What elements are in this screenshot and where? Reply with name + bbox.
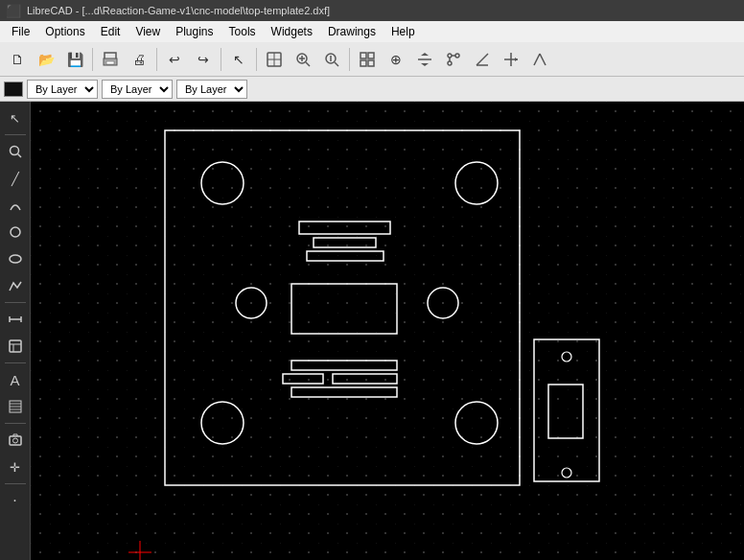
menu-drawings[interactable]: Drawings (320, 23, 384, 40)
circle-tool-btn[interactable] (3, 220, 28, 245)
left-sep-5 (5, 483, 26, 484)
zoom-window-button[interactable] (318, 46, 345, 73)
zoom-tool-btn[interactable] (3, 139, 28, 164)
left-sep-1 (5, 134, 26, 135)
new-button[interactable]: 🗋 (4, 46, 31, 73)
menu-plugins[interactable]: Plugins (168, 23, 221, 40)
svg-point-21 (455, 54, 459, 58)
svg-point-47 (12, 438, 17, 443)
restrict-button[interactable] (498, 46, 524, 73)
svg-marker-18 (421, 53, 429, 56)
print-preview-button[interactable] (97, 46, 124, 73)
svg-rect-16 (368, 60, 374, 66)
sep4 (256, 48, 257, 71)
layer-color-swatch (4, 82, 23, 97)
layer-bar: By Layer By Layer By Layer (0, 77, 744, 102)
svg-point-20 (448, 61, 452, 65)
app-icon: ⬛ (6, 4, 21, 18)
svg-line-33 (17, 154, 21, 158)
layer-name-select[interactable]: By Layer (27, 80, 98, 99)
svg-line-11 (335, 62, 338, 66)
svg-rect-15 (360, 60, 366, 66)
snap-angle-button[interactable] (469, 46, 496, 73)
dxf-drawing (31, 102, 744, 560)
zoom-realtime-button[interactable] (290, 46, 316, 73)
layer-color-select[interactable]: By Layer (102, 80, 173, 99)
svg-point-32 (10, 147, 18, 155)
svg-point-34 (11, 227, 20, 237)
modify-tool-btn[interactable] (3, 334, 28, 359)
open-button[interactable]: 📂 (33, 46, 59, 73)
snap-button[interactable]: ⊕ (383, 46, 409, 73)
relative-button[interactable] (526, 46, 553, 73)
svg-rect-2 (106, 61, 114, 64)
left-sep-3 (5, 362, 26, 363)
select-tool-btn[interactable]: ↖ (3, 105, 28, 130)
title-bar: ⬛ LibreCAD - [...d\Reaction-Game-v1\cnc-… (0, 0, 744, 21)
save-button[interactable]: 💾 (61, 46, 88, 73)
grid-button[interactable] (354, 46, 381, 73)
svg-line-30 (534, 54, 540, 65)
snap2-button[interactable] (411, 46, 438, 73)
svg-line-25 (477, 54, 488, 65)
menu-options[interactable]: Options (37, 23, 92, 40)
svg-marker-19 (421, 63, 429, 66)
undo-button[interactable]: ↩ (161, 46, 188, 73)
menu-file[interactable]: File (4, 23, 37, 40)
svg-marker-29 (515, 58, 518, 61)
menu-tools[interactable]: Tools (221, 23, 264, 40)
svg-point-35 (10, 255, 21, 263)
svg-line-31 (540, 54, 546, 65)
text-tool-btn[interactable]: A (3, 367, 28, 392)
svg-line-7 (306, 62, 310, 66)
title-text: LibreCAD - [...d\Reaction-Game-v1\cnc-mo… (27, 5, 330, 16)
move-btn[interactable]: ✛ (3, 455, 28, 479)
hatch-tool-btn[interactable] (3, 394, 28, 419)
canvas-area[interactable] (31, 102, 744, 560)
svg-rect-39 (10, 340, 21, 352)
svg-rect-14 (368, 53, 374, 58)
print-button[interactable]: 🖨 (126, 46, 152, 73)
left-sep-2 (5, 302, 26, 303)
sep1 (92, 48, 93, 71)
toolbar: 🗋 📂 💾 🖨 ↩ ↪ ↖ ⊕ (0, 42, 744, 77)
svg-rect-13 (360, 53, 366, 58)
measure-tool-btn[interactable] (3, 307, 28, 332)
main-area: ↖ ╱ A ✛ (0, 102, 744, 560)
layer-line-select[interactable]: By Layer (176, 80, 247, 99)
menu-edit[interactable]: Edit (93, 23, 128, 40)
arc-tool-btn[interactable] (3, 193, 28, 218)
zoom-pan-button[interactable] (261, 46, 288, 73)
svg-rect-46 (10, 436, 21, 445)
camera-btn[interactable] (3, 428, 28, 453)
left-sep-4 (5, 423, 26, 424)
polyline-tool-btn[interactable] (3, 273, 28, 298)
select-button[interactable]: ↖ (225, 46, 252, 73)
ortho-button[interactable] (440, 46, 467, 73)
svg-point-22 (448, 54, 452, 58)
left-toolbar: ↖ ╱ A ✛ (0, 102, 31, 560)
sep2 (156, 48, 157, 71)
menu-bar: File Options Edit View Plugins Tools Wid… (0, 21, 744, 42)
menu-view[interactable]: View (128, 23, 168, 40)
svg-rect-49 (31, 102, 744, 560)
point-btn[interactable]: · (3, 488, 28, 513)
ellipse-tool-btn[interactable] (3, 246, 28, 271)
menu-widgets[interactable]: Widgets (264, 23, 320, 40)
sep3 (221, 48, 221, 71)
sep5 (349, 48, 350, 71)
menu-help[interactable]: Help (384, 23, 423, 40)
redo-button[interactable]: ↪ (190, 46, 217, 73)
line-tool-btn[interactable]: ╱ (3, 166, 28, 191)
